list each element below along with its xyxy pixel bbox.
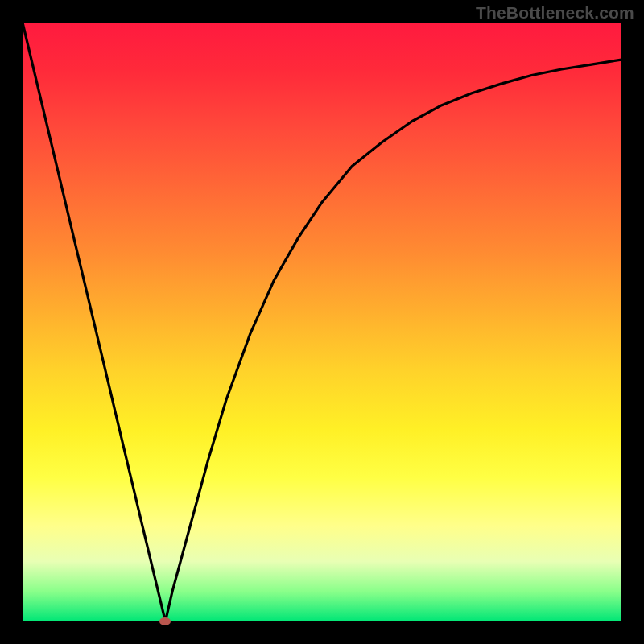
plot-area bbox=[23, 23, 621, 621]
minimum-marker bbox=[159, 617, 171, 625]
curve-layer bbox=[23, 23, 621, 621]
watermark-text: TheBottleneck.com bbox=[476, 3, 634, 23]
chart-frame: TheBottleneck.com bbox=[0, 0, 644, 644]
bottleneck-curve bbox=[23, 23, 621, 621]
